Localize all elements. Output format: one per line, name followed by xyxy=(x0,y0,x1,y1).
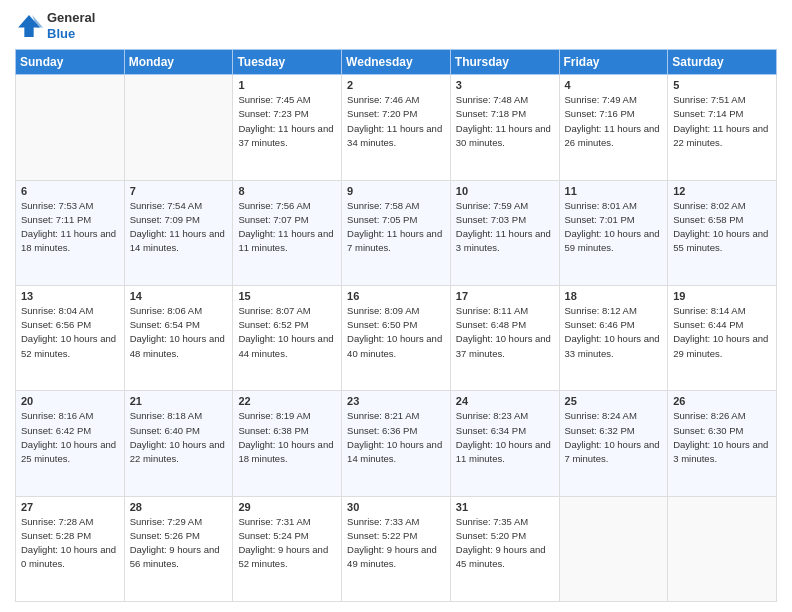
day-cell-14: 14Sunrise: 8:06 AMSunset: 6:54 PMDayligh… xyxy=(124,285,233,390)
daylight: Daylight: 11 hours and 18 minutes. xyxy=(21,228,116,253)
day-number: 27 xyxy=(21,501,119,513)
day-number: 21 xyxy=(130,395,228,407)
day-info: Sunrise: 8:21 AMSunset: 6:36 PMDaylight:… xyxy=(347,409,445,466)
day-info: Sunrise: 8:18 AMSunset: 6:40 PMDaylight:… xyxy=(130,409,228,466)
day-cell-3: 3Sunrise: 7:48 AMSunset: 7:18 PMDaylight… xyxy=(450,75,559,180)
sunrise: Sunrise: 8:23 AM xyxy=(456,410,528,421)
logo: General Blue xyxy=(15,10,95,41)
sunset: Sunset: 7:01 PM xyxy=(565,214,635,225)
sunset: Sunset: 6:32 PM xyxy=(565,425,635,436)
day-cell-29: 29Sunrise: 7:31 AMSunset: 5:24 PMDayligh… xyxy=(233,496,342,601)
sunrise: Sunrise: 7:59 AM xyxy=(456,200,528,211)
sunset: Sunset: 6:52 PM xyxy=(238,319,308,330)
page: General Blue SundayMondayTuesdayWednesda… xyxy=(0,0,792,612)
sunrise: Sunrise: 7:28 AM xyxy=(21,516,93,527)
daylight: Daylight: 10 hours and 48 minutes. xyxy=(130,333,225,358)
sunset: Sunset: 5:24 PM xyxy=(238,530,308,541)
sunrise: Sunrise: 7:29 AM xyxy=(130,516,202,527)
sunrise: Sunrise: 7:46 AM xyxy=(347,94,419,105)
sunset: Sunset: 6:30 PM xyxy=(673,425,743,436)
daylight: Daylight: 10 hours and 18 minutes. xyxy=(238,439,333,464)
day-cell-10: 10Sunrise: 7:59 AMSunset: 7:03 PMDayligh… xyxy=(450,180,559,285)
sunset: Sunset: 7:09 PM xyxy=(130,214,200,225)
day-number: 9 xyxy=(347,185,445,197)
sunrise: Sunrise: 7:31 AM xyxy=(238,516,310,527)
sunrise: Sunrise: 7:33 AM xyxy=(347,516,419,527)
day-info: Sunrise: 7:33 AMSunset: 5:22 PMDaylight:… xyxy=(347,515,445,572)
sunrise: Sunrise: 8:11 AM xyxy=(456,305,528,316)
day-info: Sunrise: 8:19 AMSunset: 6:38 PMDaylight:… xyxy=(238,409,336,466)
sunset: Sunset: 7:20 PM xyxy=(347,108,417,119)
day-number: 11 xyxy=(565,185,663,197)
day-info: Sunrise: 8:16 AMSunset: 6:42 PMDaylight:… xyxy=(21,409,119,466)
sunset: Sunset: 6:48 PM xyxy=(456,319,526,330)
day-cell-12: 12Sunrise: 8:02 AMSunset: 6:58 PMDayligh… xyxy=(668,180,777,285)
day-cell-15: 15Sunrise: 8:07 AMSunset: 6:52 PMDayligh… xyxy=(233,285,342,390)
weekday-monday: Monday xyxy=(124,50,233,75)
sunrise: Sunrise: 8:14 AM xyxy=(673,305,745,316)
day-info: Sunrise: 8:23 AMSunset: 6:34 PMDaylight:… xyxy=(456,409,554,466)
daylight: Daylight: 10 hours and 11 minutes. xyxy=(456,439,551,464)
day-info: Sunrise: 7:48 AMSunset: 7:18 PMDaylight:… xyxy=(456,93,554,150)
day-number: 20 xyxy=(21,395,119,407)
daylight: Daylight: 11 hours and 11 minutes. xyxy=(238,228,333,253)
daylight: Daylight: 10 hours and 55 minutes. xyxy=(673,228,768,253)
day-number: 4 xyxy=(565,79,663,91)
daylight: Daylight: 10 hours and 59 minutes. xyxy=(565,228,660,253)
day-cell-27: 27Sunrise: 7:28 AMSunset: 5:28 PMDayligh… xyxy=(16,496,125,601)
daylight: Daylight: 9 hours and 56 minutes. xyxy=(130,544,220,569)
day-cell-22: 22Sunrise: 8:19 AMSunset: 6:38 PMDayligh… xyxy=(233,391,342,496)
day-number: 6 xyxy=(21,185,119,197)
day-info: Sunrise: 8:14 AMSunset: 6:44 PMDaylight:… xyxy=(673,304,771,361)
day-cell-11: 11Sunrise: 8:01 AMSunset: 7:01 PMDayligh… xyxy=(559,180,668,285)
day-cell-24: 24Sunrise: 8:23 AMSunset: 6:34 PMDayligh… xyxy=(450,391,559,496)
day-info: Sunrise: 7:31 AMSunset: 5:24 PMDaylight:… xyxy=(238,515,336,572)
sunrise: Sunrise: 8:16 AM xyxy=(21,410,93,421)
week-row-3: 13Sunrise: 8:04 AMSunset: 6:56 PMDayligh… xyxy=(16,285,777,390)
sunrise: Sunrise: 8:24 AM xyxy=(565,410,637,421)
daylight: Daylight: 11 hours and 22 minutes. xyxy=(673,123,768,148)
day-number: 28 xyxy=(130,501,228,513)
daylight: Daylight: 10 hours and 40 minutes. xyxy=(347,333,442,358)
day-info: Sunrise: 7:45 AMSunset: 7:23 PMDaylight:… xyxy=(238,93,336,150)
week-row-5: 27Sunrise: 7:28 AMSunset: 5:28 PMDayligh… xyxy=(16,496,777,601)
day-number: 8 xyxy=(238,185,336,197)
day-cell-18: 18Sunrise: 8:12 AMSunset: 6:46 PMDayligh… xyxy=(559,285,668,390)
daylight: Daylight: 11 hours and 30 minutes. xyxy=(456,123,551,148)
daylight: Daylight: 10 hours and 37 minutes. xyxy=(456,333,551,358)
sunrise: Sunrise: 7:35 AM xyxy=(456,516,528,527)
sunset: Sunset: 7:23 PM xyxy=(238,108,308,119)
sunset: Sunset: 6:50 PM xyxy=(347,319,417,330)
day-cell-4: 4Sunrise: 7:49 AMSunset: 7:16 PMDaylight… xyxy=(559,75,668,180)
day-cell-20: 20Sunrise: 8:16 AMSunset: 6:42 PMDayligh… xyxy=(16,391,125,496)
weekday-tuesday: Tuesday xyxy=(233,50,342,75)
sunrise: Sunrise: 8:02 AM xyxy=(673,200,745,211)
weekday-wednesday: Wednesday xyxy=(342,50,451,75)
day-number: 14 xyxy=(130,290,228,302)
day-cell-31: 31Sunrise: 7:35 AMSunset: 5:20 PMDayligh… xyxy=(450,496,559,601)
sunrise: Sunrise: 7:49 AM xyxy=(565,94,637,105)
sunset: Sunset: 7:18 PM xyxy=(456,108,526,119)
logo-blue: Blue xyxy=(47,26,75,41)
sunrise: Sunrise: 7:51 AM xyxy=(673,94,745,105)
day-cell-21: 21Sunrise: 8:18 AMSunset: 6:40 PMDayligh… xyxy=(124,391,233,496)
day-info: Sunrise: 8:06 AMSunset: 6:54 PMDaylight:… xyxy=(130,304,228,361)
day-cell-5: 5Sunrise: 7:51 AMSunset: 7:14 PMDaylight… xyxy=(668,75,777,180)
daylight: Daylight: 10 hours and 0 minutes. xyxy=(21,544,116,569)
daylight: Daylight: 10 hours and 44 minutes. xyxy=(238,333,333,358)
day-number: 1 xyxy=(238,79,336,91)
sunset: Sunset: 6:58 PM xyxy=(673,214,743,225)
sunrise: Sunrise: 8:07 AM xyxy=(238,305,310,316)
sunset: Sunset: 7:03 PM xyxy=(456,214,526,225)
day-info: Sunrise: 8:26 AMSunset: 6:30 PMDaylight:… xyxy=(673,409,771,466)
sunset: Sunset: 6:38 PM xyxy=(238,425,308,436)
weekday-friday: Friday xyxy=(559,50,668,75)
day-info: Sunrise: 7:59 AMSunset: 7:03 PMDaylight:… xyxy=(456,199,554,256)
sunset: Sunset: 6:56 PM xyxy=(21,319,91,330)
day-info: Sunrise: 8:09 AMSunset: 6:50 PMDaylight:… xyxy=(347,304,445,361)
day-info: Sunrise: 7:54 AMSunset: 7:09 PMDaylight:… xyxy=(130,199,228,256)
header: General Blue xyxy=(15,10,777,41)
day-info: Sunrise: 7:29 AMSunset: 5:26 PMDaylight:… xyxy=(130,515,228,572)
empty-cell xyxy=(668,496,777,601)
day-cell-28: 28Sunrise: 7:29 AMSunset: 5:26 PMDayligh… xyxy=(124,496,233,601)
